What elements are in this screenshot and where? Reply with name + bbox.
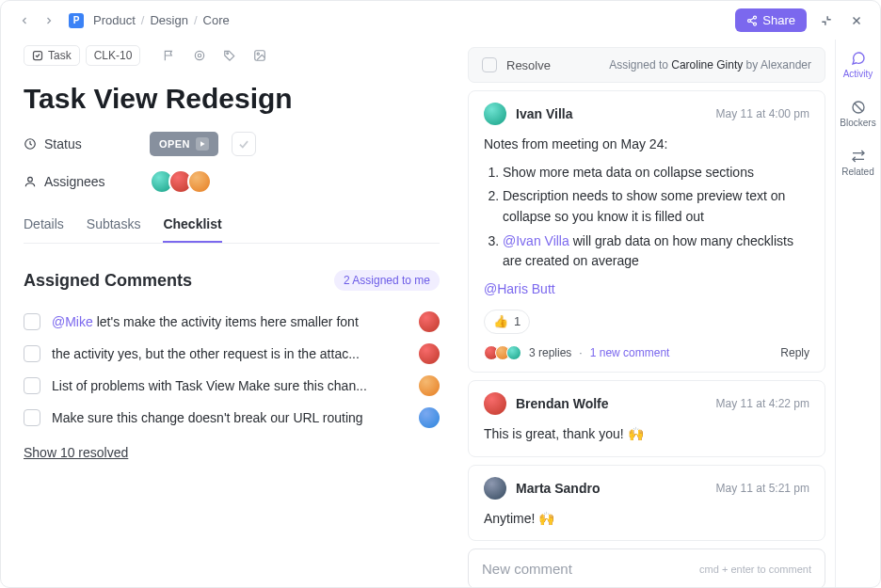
new-comment-count[interactable]: 1 new comment — [590, 346, 670, 359]
svg-point-9 — [199, 54, 202, 57]
comment-author: Marta Sandro — [516, 481, 600, 496]
svg-line-3 — [751, 18, 754, 20]
svg-point-1 — [748, 19, 751, 22]
assignee-avatars[interactable] — [150, 169, 212, 194]
task-type-pill[interactable]: Task — [24, 45, 80, 66]
tab-checklist[interactable]: Checklist — [163, 207, 221, 243]
comment-text: the activity yes, but the other request … — [52, 346, 408, 361]
svg-point-8 — [196, 51, 204, 59]
rail-blockers[interactable]: Blockers — [836, 96, 880, 132]
comment-body: Anytime! 🙌 — [484, 509, 809, 530]
avatar — [187, 169, 212, 194]
avatar — [484, 477, 506, 500]
reaction-chip[interactable]: 👍 1 — [484, 310, 530, 334]
assignees-icon — [24, 175, 37, 188]
thumbs-up-icon: 👍 — [493, 312, 508, 331]
comment-timestamp: May 11 at 5:21 pm — [716, 482, 809, 495]
breadcrumb-item[interactable]: Product — [93, 13, 136, 27]
checkbox[interactable] — [24, 313, 40, 330]
breadcrumb-item[interactable]: Core — [203, 13, 230, 27]
comment-author: Brendan Wolfe — [516, 396, 609, 411]
share-icon — [746, 15, 758, 26]
rail-label: Blockers — [840, 118, 875, 128]
status-next-icon — [196, 137, 209, 151]
task-id-pill[interactable]: CLK-10 — [86, 45, 141, 66]
svg-point-2 — [754, 23, 757, 25]
assigned-comment-row[interactable]: Make sure this change doesn't break our … — [24, 402, 440, 434]
comment-body: Notes from meeting on May 24: Show more … — [484, 135, 809, 334]
avatar — [484, 103, 506, 125]
svg-point-15 — [28, 177, 33, 182]
status-chip[interactable]: OPEN — [150, 132, 218, 156]
resolve-label: Resolve — [506, 58, 551, 72]
collapse-icon[interactable] — [816, 10, 837, 31]
comment-text: Make sure this change doesn't break our … — [52, 410, 408, 425]
image-icon[interactable] — [248, 43, 272, 68]
tab-subtasks[interactable]: Subtasks — [87, 207, 141, 243]
share-label: Share — [762, 13, 795, 27]
comment-text: @Mike let's make the activity items here… — [52, 314, 408, 329]
mention[interactable]: @Haris Butt — [484, 281, 555, 296]
rail-related[interactable]: Related — [836, 145, 880, 181]
avatar — [419, 343, 440, 364]
checkbox[interactable] — [24, 377, 40, 394]
status-icon — [24, 137, 37, 151]
comment-body: This is great, thank you! 🙌 — [484, 424, 809, 445]
comment-timestamp: May 11 at 4:00 pm — [716, 107, 809, 120]
svg-point-10 — [227, 53, 229, 55]
rail-activity[interactable]: Activity — [836, 47, 880, 83]
blockers-icon — [851, 100, 866, 115]
assigned-comments-heading: Assigned Comments — [24, 271, 192, 291]
breadcrumb: P Product / Design / Core — [63, 13, 230, 28]
assigned-comment-row[interactable]: @Mike let's make the activity items here… — [24, 306, 440, 338]
new-comment-input[interactable]: New comment cmd + enter to comment — [468, 548, 825, 587]
page-title: Task View Redesign — [24, 83, 440, 115]
reply-avatars — [484, 345, 521, 360]
nav-back[interactable] — [14, 10, 35, 31]
assigned-comment-row[interactable]: the activity yes, but the other request … — [24, 338, 440, 370]
assignment-meta: Assigned to Caroline Ginty by Alexander — [609, 58, 811, 72]
sprint-icon[interactable] — [187, 43, 212, 68]
show-resolved-link[interactable]: Show 10 resolved — [24, 445, 128, 460]
comment-card: Marta Sandro May 11 at 5:21 pm Anytime! … — [468, 465, 825, 542]
rail-label: Related — [841, 167, 873, 177]
status-label: Status — [44, 136, 82, 151]
flag-icon[interactable] — [157, 43, 182, 68]
resolve-checkbox[interactable] — [482, 57, 497, 72]
related-icon — [851, 149, 866, 164]
comment-author: Ivan Villa — [516, 106, 572, 121]
assigned-comment-row[interactable]: List of problems with Task View Make sur… — [24, 370, 440, 402]
status-value: OPEN — [159, 138, 190, 150]
workspace-logo-icon: P — [69, 13, 84, 28]
nav-forward[interactable] — [39, 10, 59, 31]
checkbox[interactable] — [24, 345, 40, 362]
resolve-bar: Resolve Assigned to Caroline Ginty by Al… — [468, 47, 825, 83]
comment-card: Brendan Wolfe May 11 at 4:22 pm This is … — [468, 380, 825, 457]
comment-timestamp: May 11 at 4:22 pm — [716, 397, 809, 410]
comment-text: List of problems with Task View Make sur… — [52, 378, 408, 393]
comment-icon — [851, 51, 866, 66]
assignees-label: Assignees — [44, 174, 105, 189]
complete-checkbox[interactable] — [232, 132, 256, 156]
tab-details[interactable]: Details — [24, 207, 64, 243]
assigned-count-badge: 2 Assigned to me — [334, 270, 440, 291]
replies-count[interactable]: 3 replies — [529, 346, 571, 359]
breadcrumb-item[interactable]: Design — [150, 13, 187, 27]
svg-marker-14 — [200, 141, 205, 146]
tag-icon[interactable] — [217, 43, 242, 68]
avatar — [484, 392, 506, 415]
avatar — [419, 311, 440, 332]
svg-line-4 — [751, 21, 754, 23]
share-button[interactable]: Share — [735, 8, 807, 32]
close-icon[interactable] — [846, 10, 867, 31]
checkbox[interactable] — [24, 409, 40, 426]
comment-card: Ivan Villa May 11 at 4:00 pm Notes from … — [468, 90, 825, 373]
rail-label: Activity — [843, 69, 873, 79]
svg-point-0 — [754, 16, 757, 19]
task-check-icon — [32, 50, 43, 61]
task-type-label: Task — [48, 49, 72, 62]
svg-line-17 — [855, 103, 862, 111]
svg-point-12 — [257, 53, 259, 55]
new-comment-placeholder: New comment — [482, 561, 572, 577]
reply-button[interactable]: Reply — [780, 346, 809, 359]
